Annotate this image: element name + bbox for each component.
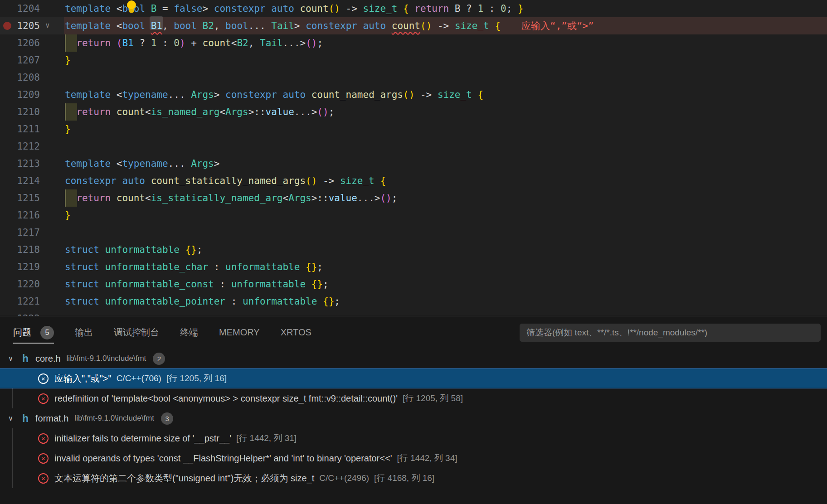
code-line-content[interactable]: } [64, 121, 827, 138]
problem-file-group[interactable]: ∨hcore.hlib\fmt-9.1.0\include\fmt2 [0, 349, 827, 368]
code-token: struct [65, 296, 99, 307]
code-line-content[interactable]: struct unformattable_char : unformattabl… [64, 258, 827, 276]
problem-row[interactable]: ×initializer fails to determine size of … [0, 428, 827, 448]
code-line-content[interactable]: } [64, 207, 827, 224]
editor-gutter-cell[interactable]: 1209 [0, 86, 64, 103]
code-line[interactable]: 1213template <typename... Args> [0, 155, 827, 172]
panel-tab-终端[interactable]: 终端 [180, 316, 198, 349]
code-line[interactable]: 1208 [0, 69, 827, 86]
line-number[interactable]: 1211 [0, 121, 40, 138]
code-line[interactable]: 1215 return count<is_statically_named_ar… [0, 189, 827, 207]
line-number[interactable]: 1218 [0, 241, 40, 258]
code-line[interactable]: 1218struct unformattable {}; [0, 241, 827, 258]
line-number[interactable]: 1207 [0, 52, 40, 69]
chevron-down-icon[interactable]: ∨ [8, 414, 20, 422]
editor-gutter-cell[interactable]: 1214 [0, 172, 64, 189]
panel-tab-XRTOS[interactable]: XRTOS [281, 316, 311, 349]
panel-tab-MEMORY[interactable]: MEMORY [219, 316, 260, 349]
problem-row[interactable]: ×redefinition of 'template<bool <anonymo… [0, 388, 827, 408]
line-number[interactable]: 1204 [0, 0, 40, 17]
code-line[interactable]: 1206 return (B1 ? 1 : 0) + count<B2, Tai… [0, 34, 827, 52]
editor-gutter-cell[interactable]: 1213 [0, 155, 64, 172]
code-line-content[interactable]: struct unformattable_const : unformattab… [64, 276, 827, 293]
problem-row[interactable]: ×文本运算符的第二个参数类型("unsigned int")无效；必须为 siz… [0, 468, 827, 488]
panel-tab-问题[interactable]: 问题5 [13, 316, 54, 349]
code-line[interactable]: 1204template <bool B = false> constexpr … [0, 0, 827, 17]
editor-gutter-cell[interactable]: 1207 [0, 52, 64, 69]
code-line[interactable]: 1219struct unformattable_char : unformat… [0, 258, 827, 276]
lightbulb-icon[interactable] [126, 0, 136, 14]
editor-gutter-cell[interactable]: 1222 [0, 310, 64, 316]
problem-row[interactable]: ×invalid operands of types 'const __Flas… [0, 448, 827, 468]
chevron-down-icon[interactable]: ∨ [8, 354, 20, 363]
code-line[interactable]: 1214constexpr auto count_statically_name… [0, 172, 827, 189]
line-number[interactable]: 1205 [0, 17, 40, 34]
code-line[interactable]: 1211} [0, 121, 827, 138]
editor-gutter-cell[interactable]: 1210 [0, 103, 64, 121]
editor-gutter-cell[interactable]: 1204 [0, 0, 64, 17]
line-number[interactable]: 1216 [0, 207, 40, 224]
line-number[interactable]: 1220 [0, 276, 40, 293]
problem-file-group[interactable]: ∨hformat.hlib\fmt-9.1.0\include\fmt3 [0, 408, 827, 428]
panel-tab-输出[interactable]: 输出 [75, 316, 93, 349]
editor-gutter-cell[interactable]: 1221 [0, 293, 64, 310]
code-line-content[interactable]: struct unformattable {}; [64, 241, 827, 258]
panel-tabs: 问题5输出调试控制台终端MEMORYXRTOS [13, 316, 311, 349]
line-number[interactable]: 1208 [0, 69, 40, 86]
code-line[interactable]: 1222 [0, 310, 827, 316]
line-number[interactable]: 1212 [0, 138, 40, 155]
code-line-content[interactable] [64, 69, 827, 86]
editor-gutter-cell[interactable]: 1216 [0, 207, 64, 224]
problem-row[interactable]: ×应输入","或">"C/C++(706)[行 1205, 列 16] [0, 368, 827, 388]
editor-gutter-cell[interactable]: 1212 [0, 138, 64, 155]
code-line[interactable]: 1216} [0, 207, 827, 224]
line-number[interactable]: 1206 [0, 34, 40, 52]
panel-tab-调试控制台[interactable]: 调试控制台 [114, 316, 159, 349]
code-line-content[interactable]: struct unformattable_pointer : unformatt… [64, 293, 827, 310]
code-line[interactable]: 1217 [0, 224, 827, 241]
code-line[interactable]: 1207} [0, 52, 827, 69]
editor-gutter-cell[interactable]: 1219 [0, 258, 64, 276]
editor-gutter-cell[interactable]: 1208 [0, 69, 64, 86]
code-line-content[interactable]: template <bool B1, bool B2, bool... Tail… [64, 17, 827, 34]
code-line-content[interactable]: return (B1 ? 1 : 0) + count<B2, Tail...>… [64, 34, 827, 52]
code-line[interactable]: 1212 [0, 138, 827, 155]
line-number[interactable]: 1214 [0, 172, 40, 189]
code-line-content[interactable]: template <typename... Args> [64, 155, 827, 172]
line-number[interactable]: 1221 [0, 293, 40, 310]
editor-gutter-cell[interactable]: 1205∨ [0, 17, 64, 34]
code-line-content[interactable] [64, 138, 827, 155]
code-line-content[interactable]: return count<is_named_arg<Args>::value..… [64, 103, 827, 121]
line-number[interactable]: 1222 [0, 310, 40, 316]
editor-gutter-cell[interactable]: 1220 [0, 276, 64, 293]
line-number[interactable]: 1213 [0, 155, 40, 172]
editor-gutter-cell[interactable]: 1218 [0, 241, 64, 258]
code-line[interactable]: 1210 return count<is_named_arg<Args>::va… [0, 103, 827, 121]
editor-gutter-cell[interactable]: 1217 [0, 224, 64, 241]
line-number[interactable]: 1210 [0, 103, 40, 121]
code-line-content[interactable]: constexpr auto count_statically_named_ar… [64, 172, 827, 189]
code-line-content[interactable]: template <bool B = false> constexpr auto… [64, 0, 827, 17]
editor-gutter-cell[interactable]: 1211 [0, 121, 64, 138]
code-line[interactable]: 1209template <typename... Args> constexp… [0, 86, 827, 103]
lightbulb-base [129, 9, 134, 13]
code-editor[interactable]: 1204template <bool B = false> constexpr … [0, 0, 827, 316]
line-number[interactable]: 1217 [0, 224, 40, 241]
code-line-content[interactable]: } [64, 52, 827, 69]
code-line-content[interactable] [64, 310, 827, 316]
code-line-content[interactable]: return count<is_statically_named_arg<Arg… [64, 189, 827, 207]
code-token: template [65, 20, 111, 31]
code-line-content[interactable]: template <typename... Args> constexpr au… [64, 86, 827, 103]
editor-gutter-cell[interactable]: 1215 [0, 189, 64, 207]
problems-filter-input[interactable] [520, 324, 821, 342]
line-number[interactable]: 1215 [0, 189, 40, 207]
line-number[interactable]: 1209 [0, 86, 40, 103]
problem-message: 应输入","或">" [54, 373, 112, 385]
code-line[interactable]: 1205∨template <bool B1, bool B2, bool...… [0, 17, 827, 34]
code-line[interactable]: 1221struct unformattable_pointer : unfor… [0, 293, 827, 310]
editor-gutter-cell[interactable]: 1206 [0, 34, 64, 52]
code-line-content[interactable] [64, 224, 827, 241]
line-number[interactable]: 1219 [0, 258, 40, 276]
code-line[interactable]: 1220struct unformattable_const : unforma… [0, 276, 827, 293]
fold-chevron-down-icon[interactable]: ∨ [45, 17, 50, 34]
